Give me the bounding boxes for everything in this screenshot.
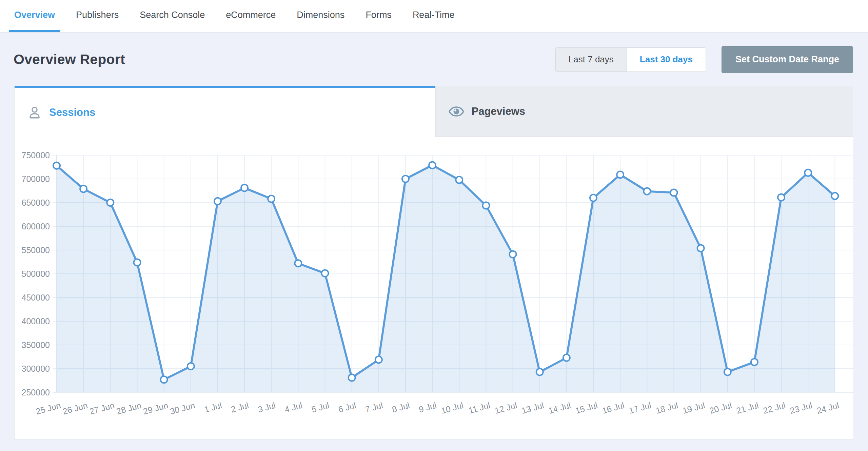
svg-text:20 Jul: 20 Jul xyxy=(708,401,733,415)
svg-text:500000: 500000 xyxy=(22,269,50,279)
svg-text:28 Jun: 28 Jun xyxy=(115,401,142,416)
sessions-chart[interactable]: 7500007000006500006000005500005000004500… xyxy=(15,137,853,428)
tab-sessions-label: Sessions xyxy=(49,106,95,119)
svg-text:18 Jul: 18 Jul xyxy=(655,401,679,415)
svg-text:350000: 350000 xyxy=(22,340,50,350)
tab-sessions[interactable]: Sessions xyxy=(15,86,435,137)
svg-text:4 Jul: 4 Jul xyxy=(283,401,303,414)
last-30-days-button[interactable]: Last 30 days xyxy=(627,48,706,71)
nav-tab-publishers[interactable]: Publishers xyxy=(71,0,124,32)
svg-text:10 Jul: 10 Jul xyxy=(440,401,465,415)
svg-text:600000: 600000 xyxy=(22,222,50,231)
svg-text:23 Jul: 23 Jul xyxy=(789,401,813,415)
page-title: Overview Report xyxy=(14,52,125,67)
svg-text:11 Jul: 11 Jul xyxy=(468,401,491,415)
svg-text:400000: 400000 xyxy=(22,316,50,326)
page-header: Overview Report Last 7 days Last 30 days… xyxy=(0,33,868,86)
svg-text:14 Jul: 14 Jul xyxy=(547,401,572,415)
svg-text:6 Jul: 6 Jul xyxy=(337,401,357,414)
tab-pageviews-label: Pageviews xyxy=(472,105,526,118)
nav-tab-search-console[interactable]: Search Console xyxy=(134,0,210,32)
date-range-toggle: Last 7 days Last 30 days xyxy=(555,47,706,72)
svg-text:2 Jul: 2 Jul xyxy=(230,401,250,414)
svg-text:750000: 750000 xyxy=(22,150,50,160)
svg-text:9 Jul: 9 Jul xyxy=(418,401,437,414)
svg-text:650000: 650000 xyxy=(22,198,50,207)
report-nav: OverviewPublishersSearch ConsoleeCommerc… xyxy=(0,0,868,33)
svg-text:8 Jul: 8 Jul xyxy=(391,401,411,414)
nav-tab-dimensions[interactable]: Dimensions xyxy=(291,0,350,32)
svg-text:3 Jul: 3 Jul xyxy=(257,401,276,414)
svg-text:17 Jul: 17 Jul xyxy=(628,401,652,415)
svg-text:1 Jul: 1 Jul xyxy=(203,401,223,414)
person-icon xyxy=(27,105,42,120)
nav-tab-ecommerce[interactable]: eCommerce xyxy=(220,0,281,32)
set-custom-date-range-button[interactable]: Set Custom Date Range xyxy=(722,46,853,73)
overview-report-card: Sessions Pageviews 750000700000650000600… xyxy=(14,86,853,439)
svg-text:15 Jul: 15 Jul xyxy=(574,401,599,415)
svg-text:700000: 700000 xyxy=(22,174,50,184)
date-range-controls: Last 7 days Last 30 days Set Custom Date… xyxy=(555,46,853,73)
svg-text:300000: 300000 xyxy=(22,364,50,373)
svg-text:24 Jul: 24 Jul xyxy=(816,401,840,415)
svg-text:450000: 450000 xyxy=(22,293,50,302)
svg-text:250000: 250000 xyxy=(22,388,50,397)
svg-text:16 Jul: 16 Jul xyxy=(601,401,626,415)
metric-tabs: Sessions Pageviews xyxy=(15,86,853,137)
svg-text:30 Jun: 30 Jun xyxy=(169,401,196,416)
svg-text:21 Jul: 21 Jul xyxy=(735,401,760,415)
svg-text:26 Jun: 26 Jun xyxy=(62,401,89,416)
svg-text:12 Jul: 12 Jul xyxy=(494,401,518,415)
svg-text:25 Jun: 25 Jun xyxy=(35,401,62,416)
svg-text:29 Jun: 29 Jun xyxy=(142,401,169,416)
nav-tab-overview[interactable]: Overview xyxy=(9,0,60,32)
eye-icon xyxy=(449,106,464,117)
svg-text:22 Jul: 22 Jul xyxy=(762,401,787,415)
svg-text:27 Jun: 27 Jun xyxy=(88,401,116,416)
svg-text:7 Jul: 7 Jul xyxy=(364,401,384,414)
nav-tab-real-time[interactable]: Real-Time xyxy=(407,0,460,32)
svg-text:19 Jul: 19 Jul xyxy=(682,401,706,415)
svg-text:5 Jul: 5 Jul xyxy=(311,401,330,414)
nav-tab-forms[interactable]: Forms xyxy=(360,0,397,32)
svg-text:13 Jul: 13 Jul xyxy=(520,401,545,415)
last-7-days-button[interactable]: Last 7 days xyxy=(556,48,627,71)
svg-text:550000: 550000 xyxy=(22,245,50,255)
tab-pageviews[interactable]: Pageviews xyxy=(435,86,853,137)
